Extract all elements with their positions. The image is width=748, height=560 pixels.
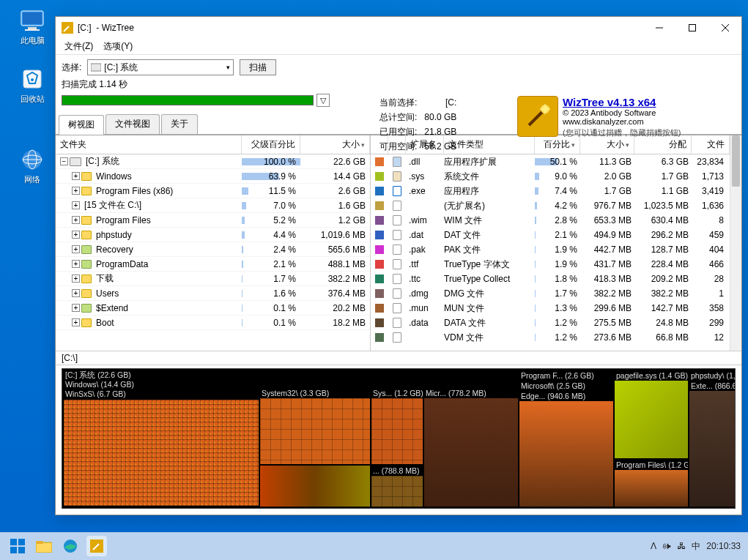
size-cell: 382.2 MB [300,274,370,284]
ext-row[interactable]: .ttcTrueType Collect1.8 %418.3 MB209.2 M… [371,272,730,286]
tray-speaker-icon[interactable]: 🕪 [662,541,671,551]
size-cell: 275.5 MB [580,318,634,328]
file-icon [388,332,406,343]
start-button[interactable] [7,536,28,556]
tree-row[interactable]: +phpstudy4.4 %1,019.6 MB [56,228,370,242]
expand-icon[interactable]: + [72,201,80,209]
expand-icon[interactable]: + [72,216,80,224]
expand-icon[interactable]: + [72,187,80,195]
expand-icon[interactable]: + [72,275,80,283]
ext-row[interactable]: .datDAT 文件2.1 %494.9 MB296.2 MB459 [371,228,730,242]
expand-icon[interactable]: + [72,245,80,253]
expand-icon[interactable]: + [72,289,80,297]
ext-row[interactable]: .dmgDMG 文件1.7 %382.2 MB382.2 MB1 [371,286,730,301]
tree-row[interactable]: +下载1.7 %382.2 MB [56,272,370,286]
ext-row[interactable]: VDM 文件1.2 %273.6 MB66.8 MB12 [371,330,730,345]
collapse-icon[interactable]: − [60,157,68,165]
pct-cell: 1.7 % [242,274,300,284]
pct-cell: 1.3 % [535,303,580,313]
tab-file-view[interactable]: 文件视图 [105,114,160,134]
tree-row[interactable]: +$Extend0.1 %20.2 MB [56,301,370,316]
files-cell: 12 [692,332,730,343]
file-icon [388,201,406,211]
tree-row[interactable]: −[C:] 系统100.0 %22.6 GB [56,154,370,169]
desktop-icon-network[interactable]: 网络 [10,146,54,185]
taskbar-explorer[interactable] [34,536,54,556]
ext-cell: .ttf [406,259,444,269]
tray-network-icon[interactable]: 🖧 [677,541,686,551]
brand-name[interactable]: WizTree v4.13 x64 [563,96,681,108]
scan-button[interactable]: 扫描 [240,59,276,75]
taskbar-wiztree[interactable] [86,536,107,556]
ext-row[interactable]: .ttfTrueType 字体文1.9 %431.7 MB228.4 MB466 [371,257,730,272]
tree-row[interactable]: +Windows63.9 %14.4 GB [56,169,370,184]
tab-tree-view[interactable]: 树视图 [59,115,104,135]
files-cell: 404 [692,244,730,255]
file-icon [388,244,406,255]
expand-icon[interactable]: + [72,231,80,239]
size-cell: 382.2 MB [580,288,634,299]
svg-rect-12 [689,25,695,31]
filter-button[interactable]: ▽ [316,94,330,107]
tree-row[interactable]: +ProgramData2.1 %488.1 MB [56,257,370,272]
tray-ime[interactable]: 中 [692,540,700,553]
brand-copyright: © 2023 Antibody Software [563,108,681,117]
col-parent-pct[interactable]: 父级百分比 [242,135,300,154]
desktop-icon-recycle-bin[interactable]: 回收站 [10,66,54,105]
menu-file[interactable]: 文件(Z) [62,39,96,54]
ext-row[interactable]: .sys系统文件9.0 %2.0 GB1.7 GB1,713 [371,169,730,184]
tree-row[interactable]: +Users1.6 %376.4 MB [56,286,370,301]
ext-row[interactable]: .dataDATA 文件1.2 %275.5 MB24.8 MB299 [371,316,730,330]
tree-row[interactable]: +Program Files (x86)11.5 %2.6 GB [56,184,370,198]
ext-cell: .exe [406,186,444,196]
expand-icon[interactable]: + [72,172,80,180]
col-folder[interactable]: 文件夹 [56,135,242,154]
pct-cell: 4.2 % [535,201,580,211]
expand-icon[interactable]: + [72,318,80,326]
maximize-button[interactable] [675,17,708,39]
folder-icon [81,231,92,239]
tree-row[interactable]: +Boot0.1 %18.2 MB [56,316,370,330]
treemap-sys32: System32\ (3.3 GB) [260,388,370,398]
scan-status: 扫描完成 1.14 秒 [62,78,127,91]
size-cell: 976.7 MB [580,201,634,211]
expand-icon[interactable]: + [72,260,80,268]
desktop-icon-this-pc[interactable]: 此电脑 [10,7,54,46]
ext-scrollbar[interactable] [730,135,741,351]
folder-name: Boot [96,318,114,328]
ext-row[interactable]: (无扩展名)4.2 %976.7 MB1,023.5 MB1,636 [371,198,730,213]
folder-name: phpstudy [96,230,132,240]
minimize-button[interactable] [643,17,675,39]
drive-select[interactable]: [C:] 系统 ▾ [87,59,234,75]
tree-row[interactable]: +Recovery2.4 %565.6 MB [56,242,370,257]
color-swatch [371,187,388,195]
expand-icon[interactable]: + [72,304,80,312]
folder-icon [81,289,92,298]
folder-name: Windows [96,171,132,182]
col-files[interactable]: 文件 [692,135,730,154]
brand-site[interactable]: www.diskanalyzer.com [563,117,681,126]
size-cell: 494.9 MB [580,230,634,240]
col-size[interactable]: 大小 [300,135,370,154]
folder-name: Users [96,288,119,299]
size-cell: 1,019.6 MB [300,230,370,240]
tree-row[interactable]: +Program Files5.2 %1.2 GB [56,213,370,228]
menu-options[interactable]: 选项(Y) [100,39,136,54]
close-button[interactable] [708,17,741,39]
ext-row[interactable]: .wimWIM 文件2.8 %653.3 MB630.4 MB8 [371,213,730,228]
tree-row[interactable]: +[15 文件在 C:\]7.0 %1.6 GB [56,198,370,213]
taskbar-edge[interactable] [60,536,81,556]
ext-row[interactable]: .dll应用程序扩展50.1 %11.3 GB6.3 GB23,834 [371,154,730,169]
color-swatch [371,245,388,254]
ext-row[interactable]: .pakPAK 文件1.9 %442.7 MB128.7 MB404 [371,242,730,257]
svg-rect-21 [36,542,52,553]
tray-clock[interactable]: 20:10:33 [706,541,741,551]
ext-row[interactable]: .munMUN 文件1.3 %299.6 MB142.7 MB358 [371,301,730,316]
tray-chevron-icon[interactable]: ᐱ [651,541,656,551]
treemap[interactable]: [C:] 系统 (22.6 GB) Windows\ (14.4 GB) Win… [62,368,736,509]
pct-cell: 0.1 % [242,303,300,313]
tab-about[interactable]: 关于 [161,114,198,134]
ext-row[interactable]: .exe应用程序7.4 %1.7 GB1.1 GB3,419 [371,184,730,198]
size-cell: 565.6 MB [300,244,370,255]
folder-name: ProgramData [96,259,148,269]
